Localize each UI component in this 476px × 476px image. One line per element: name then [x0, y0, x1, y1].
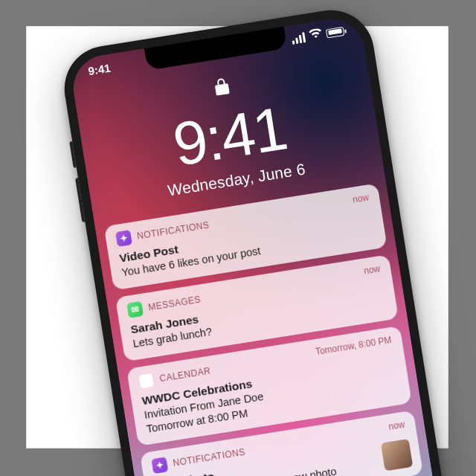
notification-list: ✦NOTIFICATIONSnowVideo PostYou have 6 li…	[104, 183, 430, 476]
notification-app-label: NOTIFICATIONS	[173, 447, 246, 469]
lock-screen[interactable]: 9:41 9:41 Wednesday, June 6	[68, 14, 457, 476]
msg-app-icon: ✉	[126, 301, 144, 318]
notification-app-label: NOTIFICATIONS	[136, 219, 210, 241]
notification-app-label: CALENDAR	[158, 365, 211, 384]
wifi-icon	[309, 28, 323, 41]
notif-app-icon: ✦	[151, 457, 168, 475]
image-frame: 9:41 9:41 Wednesday, June 6	[26, 26, 448, 448]
notif-app-icon: ✦	[115, 230, 132, 247]
notification-app-label: MESSAGES	[147, 294, 202, 312]
signal-icon	[291, 32, 306, 45]
notification-thumbnail	[381, 439, 413, 471]
cal-app-icon: 7	[138, 372, 155, 389]
battery-icon	[326, 26, 345, 38]
phone-device: 9:41 9:41 Wednesday, June 6	[58, 4, 466, 476]
lock-icon	[213, 76, 231, 100]
